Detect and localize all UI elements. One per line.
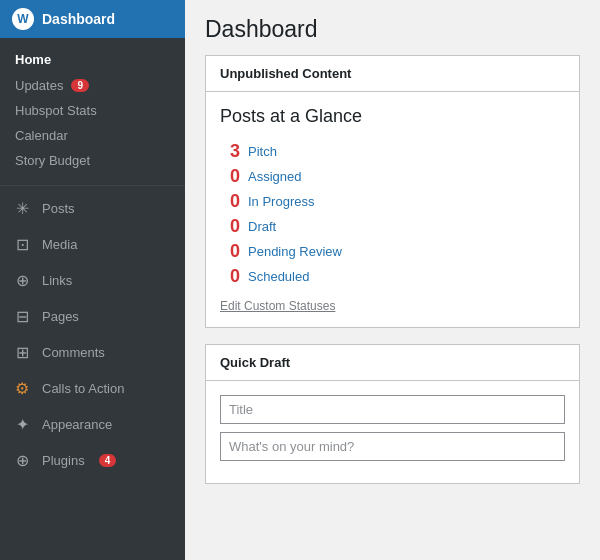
glance-label[interactable]: Pitch — [248, 144, 277, 159]
edit-custom-statuses-link[interactable]: Edit Custom Statuses — [220, 299, 565, 313]
glance-count: 0 — [220, 216, 240, 237]
glance-count: 0 — [220, 191, 240, 212]
widget1-body: Posts at a Glance 3Pitch0Assigned0In Pro… — [206, 92, 579, 327]
appearance-icon: ✦ — [12, 414, 32, 434]
widget2-body — [206, 381, 579, 483]
glance-rows: 3Pitch0Assigned0In Progress0Draft0Pendin… — [220, 139, 565, 289]
quick-draft-body-input[interactable] — [220, 432, 565, 461]
page-title: Dashboard — [185, 0, 600, 55]
comments-icon: ⊞ — [12, 342, 32, 362]
glance-row: 0Assigned — [220, 164, 565, 189]
media-icon: ⊡ — [12, 234, 32, 254]
sidebar-divider — [0, 185, 185, 186]
wp-logo-text: W — [17, 12, 28, 26]
quick-draft-title-input[interactable] — [220, 395, 565, 424]
glance-label[interactable]: In Progress — [248, 194, 314, 209]
glance-row: 0Pending Review — [220, 239, 565, 264]
sidebar-badge: 9 — [71, 79, 89, 92]
sidebar-item-comments[interactable]: ⊞Comments — [0, 334, 185, 370]
sidebar-item-label: Links — [42, 273, 72, 288]
glance-row: 0In Progress — [220, 189, 565, 214]
sidebar-item-label: Comments — [42, 345, 105, 360]
sidebar-item-label: Calls to Action — [42, 381, 124, 396]
sidebar-menu: ✳Posts⊡Media⊕Links⊟Pages⊞Comments⚙Calls … — [0, 190, 185, 478]
sidebar-item-calls-to-action[interactable]: ⚙Calls to Action — [0, 370, 185, 406]
widget1-title: Unpublished Content — [206, 56, 579, 92]
sidebar-home-section: Home Updates9Hubspot StatsCalendarStory … — [0, 38, 185, 181]
links-icon: ⊕ — [12, 270, 32, 290]
main-content: Dashboard Unpublished Content Posts at a… — [185, 0, 600, 560]
glance-row: 0Scheduled — [220, 264, 565, 289]
sidebar-item-label: Posts — [42, 201, 75, 216]
sidebar-home-label[interactable]: Home — [0, 46, 185, 73]
sidebar-item-posts[interactable]: ✳Posts — [0, 190, 185, 226]
sidebar-subitem-story-budget[interactable]: Story Budget — [0, 148, 185, 173]
sidebar-subitems: Updates9Hubspot StatsCalendarStory Budge… — [0, 73, 185, 173]
glance-count: 0 — [220, 166, 240, 187]
sidebar-item-label: Media — [42, 237, 77, 252]
sidebar-item-media[interactable]: ⊡Media — [0, 226, 185, 262]
glance-label[interactable]: Assigned — [248, 169, 301, 184]
sidebar-item-plugins[interactable]: ⊕Plugins4 — [0, 442, 185, 478]
unpublished-content-widget: Unpublished Content Posts at a Glance 3P… — [205, 55, 580, 328]
glance-count: 0 — [220, 241, 240, 262]
sidebar-item-pages[interactable]: ⊟Pages — [0, 298, 185, 334]
pages-icon: ⊟ — [12, 306, 32, 326]
widget2-title: Quick Draft — [206, 345, 579, 381]
menu-badge: 4 — [99, 454, 117, 467]
plugins-icon: ⊕ — [12, 450, 32, 470]
glance-row: 3Pitch — [220, 139, 565, 164]
sidebar-item-label: Pages — [42, 309, 79, 324]
sidebar-subitem-hubspot-stats[interactable]: Hubspot Stats — [0, 98, 185, 123]
sidebar-item-label: Plugins — [42, 453, 85, 468]
wp-logo: W — [12, 8, 34, 30]
sidebar-item-label: Appearance — [42, 417, 112, 432]
glance-count: 0 — [220, 266, 240, 287]
glance-title: Posts at a Glance — [220, 106, 565, 127]
sidebar-header[interactable]: W Dashboard — [0, 0, 185, 38]
glance-row: 0Draft — [220, 214, 565, 239]
sidebar-header-title: Dashboard — [42, 11, 115, 27]
glance-label[interactable]: Pending Review — [248, 244, 342, 259]
sidebar-item-links[interactable]: ⊕Links — [0, 262, 185, 298]
calls-to-action-icon: ⚙ — [12, 378, 32, 398]
sidebar: W Dashboard Home Updates9Hubspot StatsCa… — [0, 0, 185, 560]
glance-label[interactable]: Scheduled — [248, 269, 309, 284]
sidebar-subitem-calendar[interactable]: Calendar — [0, 123, 185, 148]
glance-label[interactable]: Draft — [248, 219, 276, 234]
quick-draft-widget: Quick Draft — [205, 344, 580, 484]
glance-count: 3 — [220, 141, 240, 162]
sidebar-subitem-updates[interactable]: Updates9 — [0, 73, 185, 98]
sidebar-item-appearance[interactable]: ✦Appearance — [0, 406, 185, 442]
posts-icon: ✳ — [12, 198, 32, 218]
